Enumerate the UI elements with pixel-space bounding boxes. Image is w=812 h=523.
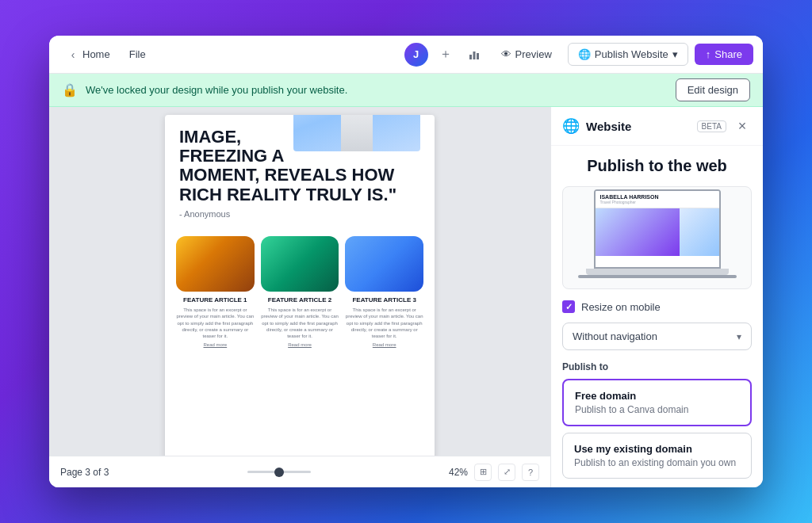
feature-image-1	[176, 236, 255, 292]
file-menu[interactable]: File	[121, 44, 154, 65]
laptop-screen-photo	[596, 208, 719, 256]
resize-on-mobile-row: Resize on mobile	[562, 300, 752, 313]
free-domain-title: Free domain	[575, 390, 739, 402]
existing-domain-card[interactable]: Use my existing domain Publish to an exi…	[562, 433, 752, 479]
avatar[interactable]: J	[404, 43, 428, 67]
add-collaborator-icon[interactable]: ＋	[435, 44, 457, 66]
top-image-figure	[293, 115, 420, 151]
feature-title-3: FEATURE ARTICLE 3	[345, 296, 423, 303]
nav-chevron-icon: ▾	[737, 331, 741, 342]
lock-icon: 🔒	[62, 82, 78, 97]
existing-domain-title: Use my existing domain	[574, 443, 740, 455]
expand-icon[interactable]: ⤢	[498, 464, 515, 481]
feature-image-3	[345, 236, 423, 292]
canvas-bottom-bar: Page 3 of 3 42% ⊞ ⤢ ?	[49, 456, 550, 487]
right-panel: 🌐 Website BETA × Publish to the web ISAB…	[550, 107, 763, 487]
globe-icon: 🌐	[578, 48, 591, 60]
svg-rect-1	[473, 52, 475, 59]
publish-website-label: Publish Website	[595, 48, 668, 60]
panel-heading: Publish to the web	[562, 157, 752, 175]
laptop-screen: ISABELLA HARRISON Travel Photographer	[594, 189, 721, 269]
website-icon: 🌐	[562, 117, 580, 135]
top-bar-right: 👁 Preview 🌐 Publish Website ▾ ↑ Share	[492, 43, 753, 66]
page-info: Page 3 of 3	[60, 467, 109, 478]
svg-rect-2	[477, 53, 479, 59]
quote-attribution: - Anonymous	[179, 209, 420, 219]
panel-title: Website	[586, 120, 691, 133]
publish-to-label: Publish to	[562, 361, 752, 372]
feature-image-2	[261, 236, 339, 292]
beta-badge: BETA	[697, 120, 726, 132]
eye-icon: 👁	[501, 48, 511, 60]
canvas-scroll[interactable]: IMAGE, FREEZING A MOMENT, REVEALS HOW RI…	[49, 107, 550, 456]
laptop-screen-inner: ISABELLA HARRISON Travel Photographer	[596, 191, 719, 267]
share-icon: ↑	[706, 48, 711, 60]
edit-design-button[interactable]: Edit design	[676, 78, 750, 101]
publish-website-button[interactable]: 🌐 Publish Website ▾	[568, 43, 688, 66]
feature-title-2: FEATURE ARTICLE 2	[261, 296, 339, 303]
top-image	[293, 115, 420, 151]
feature-articles: FEATURE ARTICLE 1 This space is for an e…	[165, 228, 435, 358]
canvas-area: IMAGE, FREEZING A MOMENT, REVEALS HOW RI…	[49, 107, 550, 487]
laptop-foot	[578, 275, 737, 278]
chevron-left-icon: ‹	[67, 48, 79, 61]
chart-icon[interactable]	[463, 44, 485, 66]
feature-desc-3: This space is for an excerpt or preview …	[345, 307, 423, 340]
laptop-preview: ISABELLA HARRISON Travel Photographer	[578, 189, 737, 288]
close-panel-button[interactable]: ×	[733, 116, 752, 136]
home-label: Home	[82, 48, 110, 60]
laptop-screen-header: ISABELLA HARRISON Travel Photographer	[596, 191, 719, 208]
laptop-photo-right	[680, 208, 719, 256]
canvas-page: IMAGE, FREEZING A MOMENT, REVEALS HOW RI…	[165, 115, 435, 456]
svg-rect-0	[469, 55, 472, 59]
free-domain-subtitle: Publish to a Canva domain	[575, 404, 739, 415]
feature-desc-2: This space is for an excerpt or preview …	[261, 307, 339, 340]
zoom-percent: 42%	[449, 467, 468, 478]
quote-section: IMAGE, FREEZING A MOMENT, REVEALS HOW RI…	[165, 115, 435, 228]
notification-bar: 🔒 We've locked your design while you pub…	[49, 74, 763, 107]
nav-dropdown-label: Without navigation	[573, 330, 657, 342]
free-domain-card[interactable]: Free domain Publish to a Canva domain	[562, 379, 752, 426]
panel-body: Publish to the web ISABELLA HARRISON Tra…	[551, 146, 763, 487]
website-preview-name: ISABELLA HARRISON	[600, 194, 714, 200]
main-content: IMAGE, FREEZING A MOMENT, REVEALS HOW RI…	[49, 107, 763, 487]
feature-card-1: FEATURE ARTICLE 1 This space is for an e…	[176, 236, 255, 347]
laptop-base	[586, 269, 729, 275]
existing-domain-subtitle: Publish to an existing domain you own	[574, 457, 740, 468]
share-label: Share	[714, 48, 742, 60]
website-preview: ISABELLA HARRISON Travel Photographer	[562, 186, 752, 289]
feature-card-2: FEATURE ARTICLE 2 This space is for an e…	[261, 236, 339, 347]
preview-button[interactable]: 👁 Preview	[492, 44, 561, 65]
home-button[interactable]: ‹ Home	[59, 44, 118, 66]
notification-text: We've locked your design while you publi…	[86, 84, 668, 96]
zoom-thumb	[274, 468, 284, 477]
chevron-down-icon: ▾	[672, 48, 678, 60]
grid-icon[interactable]: ⊞	[474, 464, 492, 481]
navigation-dropdown[interactable]: Without navigation ▾	[562, 323, 752, 350]
nav-dropdown-container: Without navigation ▾	[562, 323, 752, 350]
app-window: ‹ Home File J ＋ 👁 Preview	[49, 36, 763, 487]
website-preview-tagline: Travel Photographer	[600, 200, 714, 204]
top-bar-left: ‹ Home File	[59, 44, 398, 66]
bottom-icons: ⊞ ⤢ ?	[474, 464, 539, 481]
zoom-slider-container	[115, 471, 442, 473]
feature-desc-1: This space is for an excerpt or preview …	[176, 307, 255, 340]
resize-on-mobile-checkbox[interactable]	[562, 300, 575, 313]
feature-read-more-2[interactable]: Read more	[261, 342, 339, 347]
feature-card-3: FEATURE ARTICLE 3 This space is for an e…	[345, 236, 423, 347]
panel-header: 🌐 Website BETA ×	[551, 107, 763, 146]
laptop-photo-left	[596, 208, 680, 256]
top-bar: ‹ Home File J ＋ 👁 Preview	[49, 36, 763, 74]
top-bar-nav: File	[121, 44, 154, 65]
share-button[interactable]: ↑ Share	[695, 44, 753, 65]
resize-label: Resize on mobile	[581, 301, 661, 313]
feature-read-more-3[interactable]: Read more	[345, 342, 423, 347]
top-bar-center: J ＋	[404, 43, 485, 67]
zoom-slider[interactable]	[247, 471, 311, 473]
preview-label: Preview	[515, 48, 552, 60]
help-icon[interactable]: ?	[522, 464, 539, 481]
feature-title-1: FEATURE ARTICLE 1	[176, 296, 255, 303]
feature-read-more-1[interactable]: Read more	[176, 342, 255, 347]
